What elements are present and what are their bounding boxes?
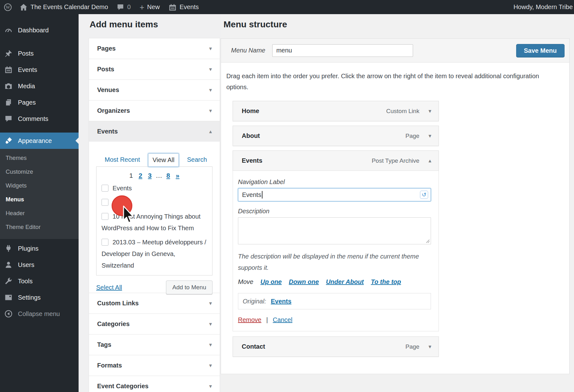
panel-label: Event Categories	[97, 383, 148, 390]
panel-label: Organizers	[97, 107, 130, 114]
page-link-3[interactable]: 3	[148, 172, 152, 179]
submenu-item-themes[interactable]: Themes	[0, 151, 79, 165]
sidebar-item-dashboard[interactable]: Dashboard	[0, 22, 79, 38]
move-down-one-link[interactable]: Down one	[289, 278, 319, 285]
checkbox[interactable]	[102, 213, 108, 220]
sidebar-label: Plugins	[18, 245, 39, 252]
menu-item-about[interactable]: About Page ▼	[233, 126, 439, 146]
chevron-down-icon[interactable]: ▼	[208, 108, 213, 113]
howdy-user[interactable]: Howdy, Modern Tribe	[513, 3, 573, 11]
menu-item-home[interactable]: Home Custom Link ▼	[233, 101, 439, 121]
chevron-down-icon[interactable]: ▼	[208, 342, 213, 347]
page-next[interactable]: »	[176, 172, 179, 179]
chevron-down-icon[interactable]: ▼	[208, 363, 213, 368]
admin-bar-new-button[interactable]: + New	[140, 3, 160, 11]
select-all-link[interactable]: Select All	[96, 284, 122, 291]
move-to-top-link[interactable]: To the top	[371, 278, 401, 285]
sidebar-item-users[interactable]: Users	[0, 257, 79, 273]
description-help-text: The description will be displayed in the…	[238, 251, 423, 273]
sidebar-item-appearance[interactable]: Appearance	[0, 133, 79, 149]
tab-search[interactable]: Search	[183, 153, 211, 166]
panel-categories[interactable]: Categories ▼	[89, 313, 220, 335]
menu-name-input[interactable]	[272, 44, 413, 57]
move-up-one-link[interactable]: Up one	[260, 278, 282, 285]
sidebar-item-events[interactable]: Events	[0, 62, 79, 78]
submenu-item-theme-editor[interactable]: Theme Editor	[0, 220, 79, 234]
admin-bar: W The Events Calendar Demo 0 + New Event…	[0, 0, 574, 14]
submenu-label: Theme Editor	[6, 224, 41, 231]
sidebar-item-posts[interactable]: Posts	[0, 45, 79, 62]
panel-pages[interactable]: Pages ▼	[89, 38, 220, 59]
chevron-down-icon[interactable]: ▼	[208, 384, 213, 389]
chevron-down-icon[interactable]: ▼	[428, 108, 432, 114]
panel-venues[interactable]: Venues ▼	[89, 79, 220, 101]
chevron-up-icon[interactable]: ▲	[208, 129, 213, 134]
comment-bubble-icon	[4, 115, 13, 123]
checkbox[interactable]	[102, 239, 108, 246]
menu-item-contact[interactable]: Contact Page ▼	[233, 336, 439, 357]
tab-most-recent[interactable]: Most Recent	[100, 153, 144, 166]
chevron-down-icon[interactable]: ▼	[428, 344, 432, 349]
chevron-down-icon[interactable]: ▼	[208, 67, 213, 72]
menu-edit-panel: Menu Name Save Menu Drag each item into …	[221, 38, 570, 374]
sidebar-item-comments[interactable]: Comments	[0, 111, 79, 127]
chevron-down-icon[interactable]: ▼	[208, 46, 213, 51]
admin-bar-comments[interactable]: 0	[116, 3, 131, 11]
panel-formats[interactable]: Formats ▼	[89, 355, 220, 376]
page-link-8[interactable]: 8	[166, 172, 170, 179]
panel-tags[interactable]: Tags ▼	[89, 334, 220, 355]
plus-icon: +	[140, 3, 144, 11]
remove-link[interactable]: Remove	[238, 316, 261, 323]
submenu-item-widgets[interactable]: Widgets	[0, 179, 79, 193]
submenu-item-customize[interactable]: Customize	[0, 165, 79, 179]
sidebar-item-plugins[interactable]: Plugins	[0, 240, 79, 257]
cancel-link[interactable]: Cancel	[273, 316, 292, 323]
add-menu-items-title: Add menu items	[90, 19, 221, 30]
calendar-icon	[4, 66, 13, 74]
page-link-2[interactable]: 2	[139, 172, 142, 179]
events-checklist: 123…8» Events 10 Most Annoying Things ab…	[96, 166, 212, 275]
add-to-menu-button[interactable]: Add to Menu	[166, 280, 212, 294]
sidebar-item-pages[interactable]: Pages	[0, 94, 79, 111]
restore-icon[interactable]: ↺	[420, 191, 428, 199]
checkbox-row-meetup[interactable]: 2013.03 – Meetup développeurs / Develope…	[102, 237, 207, 271]
submenu-item-header[interactable]: Header	[0, 206, 79, 220]
admin-bar-site-link[interactable]: The Events Calendar Demo	[19, 3, 108, 11]
pagination: 123…8»	[102, 172, 207, 179]
navigation-label-label: Navigation Label	[238, 178, 430, 186]
sidebar-item-tools[interactable]: Tools	[0, 273, 79, 289]
panel-organizers[interactable]: Organizers ▼	[89, 100, 220, 121]
submenu-item-menus[interactable]: Menus	[0, 193, 79, 206]
menu-structure-column: Menu structure Menu Name Save Menu Drag …	[221, 14, 574, 392]
checkbox[interactable]	[102, 185, 108, 192]
panel-events[interactable]: Events ▲	[89, 121, 220, 142]
panel-label: Pages	[97, 45, 116, 52]
chevron-down-icon[interactable]: ▼	[208, 301, 213, 306]
wordpress-logo-icon[interactable]: W	[4, 3, 12, 11]
save-menu-button[interactable]: Save Menu	[516, 44, 565, 57]
sidebar-item-settings[interactable]: Settings	[0, 289, 79, 306]
paintbrush-icon	[4, 137, 13, 145]
checkbox[interactable]	[102, 199, 108, 206]
chevron-up-icon[interactable]: ▲	[428, 158, 432, 163]
original-events-link[interactable]: Events	[271, 298, 291, 305]
checkbox-row-events[interactable]: Events	[102, 182, 207, 194]
checkbox-label: 2013.03 – Meetup développeurs / Develope…	[102, 239, 206, 269]
description-textarea[interactable]	[238, 217, 431, 244]
resize-grip-icon[interactable]	[426, 239, 430, 243]
tab-view-all[interactable]: View All	[148, 153, 179, 167]
chevron-down-icon[interactable]: ▼	[208, 321, 213, 327]
original-item-box: Original: Events	[238, 293, 431, 309]
camera-icon	[4, 82, 13, 90]
sidebar-collapse-menu[interactable]: Collapse menu	[0, 306, 79, 322]
chevron-down-icon[interactable]: ▼	[208, 87, 213, 93]
menu-item-events[interactable]: Events Post Type Archive ▲	[233, 150, 439, 171]
move-under-about-link[interactable]: Under About	[326, 278, 364, 285]
panel-event-categories[interactable]: Event Categories ▼	[89, 376, 220, 392]
admin-bar-events[interactable]: Events	[168, 3, 199, 11]
navigation-label-input[interactable]: Events ↺	[238, 188, 431, 201]
sidebar-item-media[interactable]: Media	[0, 78, 79, 94]
chevron-down-icon[interactable]: ▼	[428, 133, 432, 139]
panel-custom-links[interactable]: Custom Links ▼	[89, 293, 220, 314]
panel-posts[interactable]: Posts ▼	[89, 59, 220, 80]
